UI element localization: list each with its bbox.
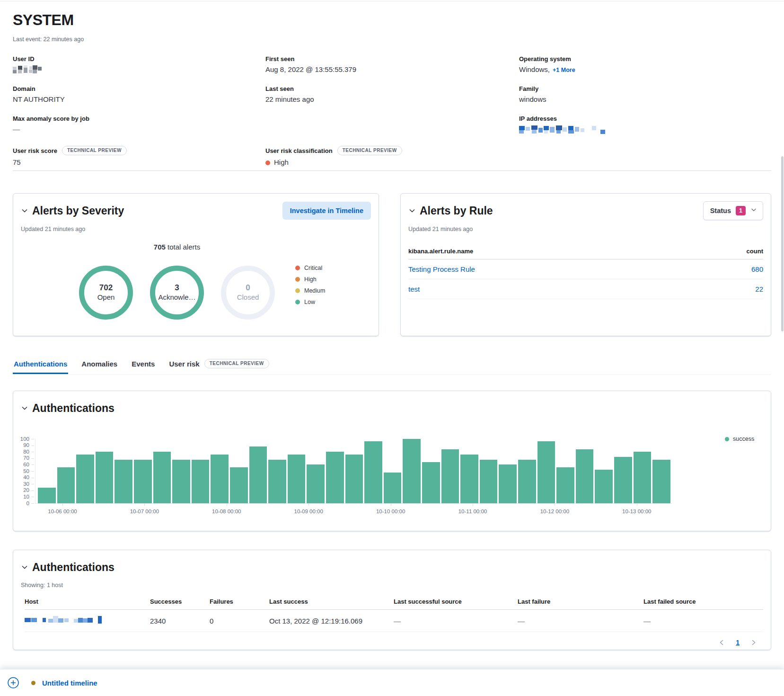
chart-bar[interactable] [307, 464, 325, 503]
success-legend-label[interactable]: success [733, 436, 754, 442]
collapse-chevron-icon[interactable] [21, 207, 28, 214]
first-seen-value: Aug 8, 2022 @ 13:55:55.379 [265, 65, 519, 73]
y-axis-tick-label: 30 [15, 481, 29, 487]
os-value: Windows, [519, 65, 550, 73]
alerts-by-severity-panel: Alerts by Severity Investigate in Timeli… [13, 193, 379, 336]
collapse-chevron-icon[interactable] [21, 404, 28, 412]
chart-bar[interactable] [518, 460, 536, 503]
severity-donut-acknowle[interactable]: 3Acknowle… [150, 266, 204, 320]
investigate-in-timeline-button[interactable]: Investigate in Timeline [282, 202, 371, 220]
chart-bar[interactable] [614, 457, 632, 503]
chart-bar[interactable] [172, 460, 190, 503]
table-cell: — [518, 617, 643, 625]
chart-bar[interactable] [499, 464, 517, 503]
status-filter-dropdown[interactable]: Status 1 [703, 201, 763, 220]
chart-bar[interactable] [441, 449, 459, 503]
rule-count-link[interactable]: 22 [755, 285, 763, 293]
table-cell: 2340 [150, 617, 210, 625]
chart-bar[interactable] [364, 441, 382, 503]
chart-bar[interactable] [153, 452, 171, 503]
chart-bar[interactable] [460, 455, 478, 503]
scrollbar-thumb[interactable] [781, 156, 784, 331]
field-label: User ID [13, 55, 265, 62]
chart-bar[interactable] [192, 460, 210, 503]
x-axis-tick-label: 10-06 00:00 [39, 509, 86, 514]
tab-events[interactable]: Events [131, 357, 156, 374]
page-title: SYSTEM [13, 0, 771, 29]
chart-legend: success [725, 436, 754, 442]
donut-value: 702 [99, 283, 113, 293]
field-os: Operating system Windows,+1 More [519, 55, 771, 76]
os-more-link[interactable]: +1 More [553, 67, 575, 73]
redaction-mosaic-blue [519, 125, 622, 134]
user-details-page: SYSTEM Last event: 22 minutes ago User I… [0, 0, 784, 650]
legend-label: Low [304, 299, 315, 305]
chart-bar[interactable] [96, 452, 114, 503]
y-axis-line [35, 439, 35, 503]
chart-bar[interactable] [211, 455, 229, 503]
chart-bar[interactable] [345, 455, 363, 503]
page-number[interactable]: 1 [736, 639, 740, 646]
chart-bar[interactable] [576, 449, 594, 503]
add-to-timeline-icon[interactable] [7, 677, 19, 689]
donut-label: Acknowle… [158, 293, 195, 302]
chart-bar[interactable] [634, 452, 652, 503]
chart-bar[interactable] [115, 460, 132, 503]
tab-anomalies[interactable]: Anomalies [80, 357, 118, 374]
legend-item-medium: Medium [295, 287, 325, 294]
risk-classification-value: High [274, 158, 289, 166]
chart-bar[interactable] [38, 488, 56, 503]
chart-bar[interactable] [537, 441, 555, 503]
overview-col-2: First seen Aug 8, 2022 @ 13:55:55.379 La… [265, 55, 519, 145]
chart-bar[interactable] [403, 439, 421, 503]
y-axis-tick-label: 20 [15, 487, 29, 493]
chart-bar[interactable] [422, 462, 440, 503]
rule-name-link[interactable]: test [408, 285, 420, 293]
x-axis-tick [473, 504, 473, 506]
chart-bar[interactable] [326, 452, 344, 503]
chart-bar[interactable] [595, 470, 613, 503]
collapse-chevron-icon[interactable] [408, 207, 416, 214]
column-header-rule-name: kibana.alert.rule.name [408, 248, 473, 255]
column-header-last-successful-source: Last successful source [394, 598, 518, 605]
chart-bar[interactable] [76, 455, 94, 503]
table-cell: — [643, 617, 763, 625]
total-alerts-suffix: total alerts [166, 243, 200, 251]
chart-bar[interactable] [480, 460, 498, 503]
field-label: Last seen [265, 85, 519, 92]
chart-bar[interactable] [288, 455, 306, 503]
panel-title: Alerts by Severity [32, 205, 124, 217]
tab-authentications[interactable]: Authentications [13, 357, 68, 374]
chart-bar[interactable] [556, 467, 574, 503]
table-cell: 0 [210, 617, 269, 625]
severity-donut-closed[interactable]: 0Closed [221, 266, 275, 320]
authentications-chart-panel: Authentications success 0102030405060708… [13, 391, 771, 531]
timeline-title-link[interactable]: Untitled timeline [42, 679, 97, 687]
chart-bar[interactable] [384, 473, 402, 503]
severity-donut-open[interactable]: 702Open [79, 266, 133, 320]
y-axis-tick-label: 100 [15, 436, 29, 442]
risk-score-block: User risk scoreTECHNICAL PREVIEW 75 [13, 146, 265, 166]
x-axis-tick-label: 10-11 00:00 [449, 509, 496, 514]
panel-title: Authentications [32, 402, 115, 415]
column-header-count: count [747, 248, 763, 255]
tab-user-risk[interactable]: User risk TECHNICAL PREVIEW [168, 356, 270, 375]
chart-bar[interactable] [268, 460, 286, 503]
rule-name-link[interactable]: Testing Process Rule [408, 265, 475, 273]
collapse-chevron-icon[interactable] [21, 563, 28, 571]
next-page-icon[interactable] [751, 639, 757, 646]
x-axis-tick-label: 10-08 00:00 [203, 509, 250, 514]
column-header-failures: Failures [210, 598, 269, 605]
chart-bar[interactable] [230, 467, 248, 503]
rule-row: Testing Process Rule680 [408, 259, 763, 279]
legend-label: High [304, 276, 317, 283]
chart-bar[interactable] [57, 467, 75, 503]
previous-page-icon[interactable] [719, 639, 724, 646]
table-header-row: HostSuccessesFailuresLast successLast su… [25, 595, 763, 610]
chart-bar[interactable] [249, 446, 267, 503]
chart-bar[interactable] [134, 460, 152, 503]
redaction-mosaic-gray [13, 65, 42, 73]
x-axis-tick-label: 10-13 00:00 [613, 509, 661, 514]
chart-bar[interactable] [652, 460, 670, 503]
rule-count-link[interactable]: 680 [751, 265, 763, 273]
